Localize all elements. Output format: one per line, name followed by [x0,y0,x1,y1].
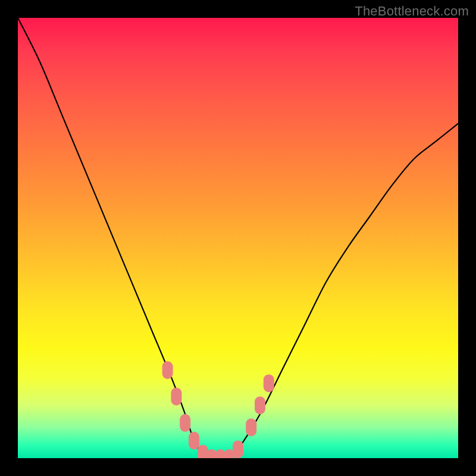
curve-marker [246,418,256,436]
curve-marker [171,387,181,405]
chart-frame: TheBottleneck.com [0,0,476,476]
curve-marker [162,361,173,379]
curve-markers [162,361,274,458]
curve-svg [18,18,458,458]
curve-marker [180,414,190,432]
bottleneck-curve [18,18,458,458]
plot-area [18,18,458,458]
curve-marker [189,431,199,449]
watermark-text: TheBottleneck.com [355,4,469,19]
curve-marker [264,374,274,392]
curve-marker [255,396,265,414]
curve-marker [233,440,243,458]
